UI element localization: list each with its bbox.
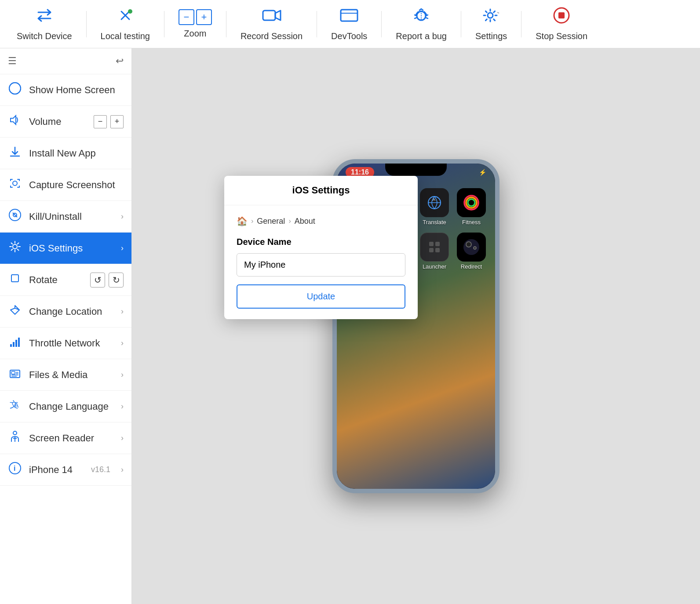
zoom-button[interactable]: − + Zoom	[166, 5, 224, 43]
app-fitness[interactable]: Fitness	[456, 188, 486, 226]
fitness-label: Fitness	[462, 219, 481, 226]
sidebar-install-label: Install New App	[29, 148, 124, 159]
sidebar-item-files-media[interactable]: Files & Media ›	[0, 359, 131, 391]
local-testing-button[interactable]: Local testing	[88, 3, 162, 46]
sidebar-item-capture-screenshot[interactable]: Capture Screenshot	[0, 169, 131, 201]
divider-2	[164, 11, 164, 37]
home-icon	[8, 82, 22, 98]
files-chevron-icon: ›	[121, 370, 124, 379]
svg-text:A: A	[15, 402, 19, 409]
svg-line-9	[415, 18, 417, 18]
rotate-ccw-button[interactable]: ↺	[90, 273, 105, 287]
translate-label: Translate	[423, 219, 446, 226]
svg-point-65	[466, 242, 471, 247]
report-bug-button[interactable]: Report a bug	[383, 3, 459, 46]
sidebar-header: ☰ ↩	[0, 48, 131, 74]
svg-rect-15	[558, 12, 565, 18]
ios-settings-chevron-icon: ›	[121, 244, 124, 253]
sidebar-item-iphone-14[interactable]: i iPhone 14 v16.1 ›	[0, 454, 131, 486]
sidebar-item-change-language[interactable]: 文 A Change Language ›	[0, 391, 131, 422]
sidebar-item-rotate[interactable]: Rotate ↺ ↻	[0, 264, 131, 296]
screenshot-icon	[8, 177, 22, 193]
volume-decrease-button[interactable]: −	[94, 115, 107, 128]
toolbar: Switch Device Local testing − + Zoom	[0, 0, 700, 48]
sidebar-item-throttle-network[interactable]: Throttle Network ›	[0, 327, 131, 359]
language-chevron-icon: ›	[121, 402, 124, 411]
ios-settings-title: iOS Settings	[224, 176, 418, 205]
reader-icon	[8, 430, 22, 446]
record-session-button[interactable]: Record Session	[228, 3, 315, 46]
device-name-input[interactable]	[237, 253, 405, 277]
svg-point-20	[13, 181, 17, 186]
divider-5	[381, 11, 382, 37]
back-arrow-icon[interactable]: ↩	[116, 55, 124, 67]
zoom-icon: − +	[179, 9, 212, 25]
sidebar-item-kill-uninstall[interactable]: Kill/Uninstall ›	[0, 201, 131, 233]
volume-increase-button[interactable]: +	[110, 115, 124, 128]
zoom-label: Zoom	[184, 29, 206, 39]
svg-rect-4	[341, 10, 357, 21]
switch-device-label: Switch Device	[17, 31, 72, 41]
rotate-cw-button[interactable]: ↻	[109, 273, 124, 287]
record-session-label: Record Session	[241, 31, 303, 41]
svg-line-11	[426, 18, 428, 18]
breadcrumb-arrow-1: ›	[251, 217, 253, 225]
reader-chevron-icon: ›	[121, 433, 124, 443]
divider-3	[226, 11, 226, 37]
fitness-icon	[457, 188, 486, 217]
sidebar-network-label: Throttle Network	[29, 338, 114, 349]
sidebar-item-show-home[interactable]: Show Home Screen	[0, 74, 131, 106]
battery-icon: ⚡	[479, 169, 486, 176]
sidebar-item-volume[interactable]: Volume − +	[0, 106, 131, 138]
svg-text:i: i	[14, 465, 15, 472]
svg-point-56	[468, 199, 475, 206]
local-testing-label: Local testing	[101, 31, 150, 41]
location-chevron-icon: ›	[121, 307, 124, 316]
sidebar-rotate-label: Rotate	[29, 274, 83, 286]
sidebar-item-change-location[interactable]: Change Location ›	[0, 296, 131, 327]
svg-rect-63	[435, 248, 440, 252]
divider-1	[86, 11, 87, 37]
app-launcher[interactable]: Launcher	[419, 233, 449, 270]
app-translate[interactable]: A Translate	[419, 188, 449, 226]
network-chevron-icon: ›	[121, 338, 124, 348]
divider-4	[317, 11, 317, 37]
sidebar-volume-label: Volume	[29, 116, 87, 127]
sidebar-files-label: Files & Media	[29, 369, 114, 381]
devtools-icon	[339, 7, 359, 28]
location-icon	[8, 304, 22, 319]
breadcrumb-about[interactable]: About	[295, 217, 315, 226]
svg-rect-27	[10, 344, 12, 347]
sidebar-item-screen-reader[interactable]: Screen Reader ›	[0, 422, 131, 454]
settings-icon	[481, 7, 501, 28]
svg-point-39	[13, 431, 17, 435]
sidebar-item-ios-settings[interactable]: iOS Settings ›	[0, 233, 131, 264]
kill-chevron-icon: ›	[121, 212, 124, 221]
breadcrumb-home-icon[interactable]: 🏠	[237, 216, 248, 226]
install-icon	[8, 146, 22, 161]
stop-session-icon	[553, 7, 570, 28]
svg-point-64	[463, 239, 479, 255]
main-content: ☰ ↩ Show Home Screen Volume −	[0, 48, 700, 604]
sidebar-language-label: Change Language	[29, 401, 114, 412]
app-redirect[interactable]: Redirect	[456, 233, 486, 270]
sidebar: ☰ ↩ Show Home Screen Volume −	[0, 48, 132, 604]
sidebar-item-install-app[interactable]: Install New App	[0, 138, 131, 169]
rotate-controls: ↺ ↻	[90, 273, 124, 287]
network-icon	[8, 335, 22, 351]
update-button[interactable]: Update	[237, 284, 405, 309]
breadcrumb: 🏠 › General › About	[237, 216, 405, 226]
divider-6	[461, 11, 461, 37]
devtools-button[interactable]: DevTools	[319, 3, 379, 46]
phone-area: 11:16 ⚡ Find My	[132, 48, 700, 604]
translate-icon: A	[420, 188, 449, 217]
svg-point-13	[488, 13, 493, 18]
redirect-icon	[457, 233, 486, 262]
volume-controls: − +	[94, 115, 124, 128]
info-icon: i	[8, 462, 22, 477]
settings-button[interactable]: Settings	[463, 3, 519, 46]
switch-device-button[interactable]: Switch Device	[4, 3, 84, 46]
breadcrumb-general[interactable]: General	[257, 217, 285, 226]
hamburger-icon[interactable]: ☰	[8, 55, 17, 67]
stop-session-button[interactable]: Stop Session	[523, 3, 600, 46]
